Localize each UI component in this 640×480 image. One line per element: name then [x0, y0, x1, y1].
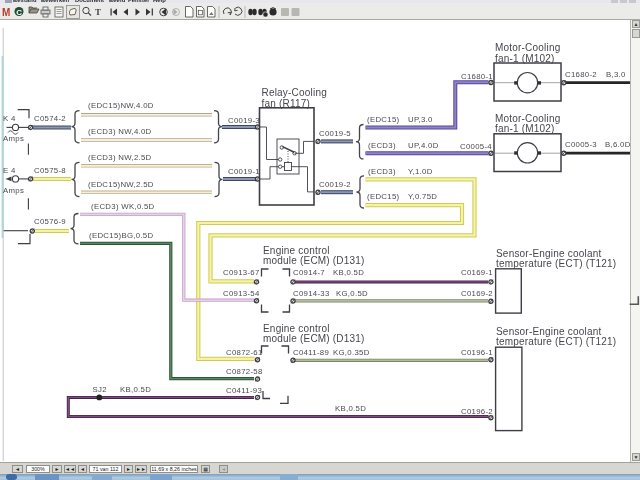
svg-text:C0914-7: C0914-7: [293, 268, 325, 277]
svg-text:E 4: E 4: [3, 166, 16, 175]
svg-text:KB,0.5D: KB,0.5D: [333, 268, 364, 277]
svg-text:C0411-89: C0411-89: [293, 348, 329, 357]
svg-text:(EDC15)NW,4.0D: (EDC15)NW,4.0D: [88, 101, 154, 110]
svg-text:Motor-Cooling: Motor-Cooling: [495, 42, 560, 53]
svg-text:Y,0.75D: Y,0.75D: [408, 192, 437, 201]
svg-text:Motor-Cooling: Motor-Cooling: [495, 113, 560, 124]
svg-text:Relay-Cooling: Relay-Cooling: [262, 87, 327, 98]
svg-text:B,6.0D: B,6.0D: [605, 140, 631, 149]
svg-text:KB,0.5D: KB,0.5D: [120, 385, 151, 394]
svg-text:C0872-61: C0872-61: [226, 348, 263, 357]
svg-text:C0005-3: C0005-3: [565, 140, 597, 149]
svg-text:KG,0.35D: KG,0.35D: [333, 348, 370, 357]
svg-text:UP,3.0: UP,3.0: [408, 115, 433, 124]
svg-text:(ECD3) NW,4.0D: (ECD3) NW,4.0D: [88, 127, 152, 136]
svg-text:C0575-8: C0575-8: [34, 166, 66, 175]
svg-text:UP,4.0D: UP,4.0D: [408, 141, 439, 150]
svg-text:C1680-1: C1680-1: [461, 72, 493, 81]
svg-text:(ECD3): (ECD3): [368, 141, 396, 150]
svg-text:C0576-9: C0576-9: [34, 217, 66, 226]
svg-text:C1680-2: C1680-2: [565, 70, 597, 79]
svg-text:module (ECM) (D131): module (ECM) (D131): [263, 333, 365, 344]
svg-text:C0169-2: C0169-2: [461, 289, 493, 298]
svg-text:Amps: Amps: [3, 134, 24, 143]
svg-text:C0411-93: C0411-93: [226, 386, 262, 395]
svg-text:(EDC15): (EDC15): [367, 115, 400, 124]
svg-text:Y,1.0D: Y,1.0D: [408, 167, 433, 176]
svg-text:C0913-54: C0913-54: [223, 289, 260, 298]
svg-text:K 4: K 4: [3, 114, 16, 123]
svg-text:C0872-58: C0872-58: [226, 367, 263, 376]
svg-text:C0574-2: C0574-2: [34, 114, 66, 123]
svg-text:M: M: [2, 7, 10, 18]
svg-text:B,3.0: B,3.0: [606, 70, 626, 79]
svg-text:(ECD3) WK,0.5D: (ECD3) WK,0.5D: [91, 202, 155, 211]
svg-text:C: C: [16, 8, 22, 17]
svg-text:C0019-1: C0019-1: [228, 167, 260, 176]
svg-text:temperature (ECT) (T121): temperature (ECT) (T121): [496, 258, 616, 269]
svg-text:(EDC15): (EDC15): [367, 192, 400, 201]
svg-text:C0913-67: C0913-67: [223, 268, 260, 277]
svg-text:C0019-5: C0019-5: [319, 129, 351, 138]
svg-text:(ECD3) NW,2.5D: (ECD3) NW,2.5D: [88, 153, 152, 162]
svg-text:module (ECM) (D131): module (ECM) (D131): [263, 255, 365, 266]
svg-text:SJ2: SJ2: [93, 385, 107, 394]
svg-text:C0196-1: C0196-1: [461, 348, 493, 357]
svg-text:KB,0.5D: KB,0.5D: [335, 404, 366, 413]
svg-text:(ECD3): (ECD3): [368, 167, 396, 176]
svg-text:Amps: Amps: [3, 186, 24, 195]
svg-text:C0914-33: C0914-33: [293, 289, 330, 298]
svg-text:C0019-3: C0019-3: [228, 116, 260, 125]
svg-text:fan-1 (M102): fan-1 (M102): [495, 53, 555, 64]
svg-text:(EDC15)NW,2.5D: (EDC15)NW,2.5D: [88, 180, 154, 189]
svg-text:C0169-1: C0169-1: [461, 268, 493, 277]
svg-text:C0005-4: C0005-4: [460, 142, 492, 151]
svg-text:fan (R117): fan (R117): [262, 98, 311, 109]
svg-text:temperature (ECT) (T121): temperature (ECT) (T121): [496, 336, 616, 347]
svg-text:C0196-2: C0196-2: [461, 407, 493, 416]
svg-text:C0019-2: C0019-2: [319, 180, 351, 189]
svg-text:KG,0.5D: KG,0.5D: [336, 289, 368, 298]
svg-text:fan-1 (M102): fan-1 (M102): [495, 123, 555, 134]
svg-text:(EDC15)BG,0.5D: (EDC15)BG,0.5D: [89, 231, 153, 240]
svg-text:T: T: [95, 7, 101, 17]
